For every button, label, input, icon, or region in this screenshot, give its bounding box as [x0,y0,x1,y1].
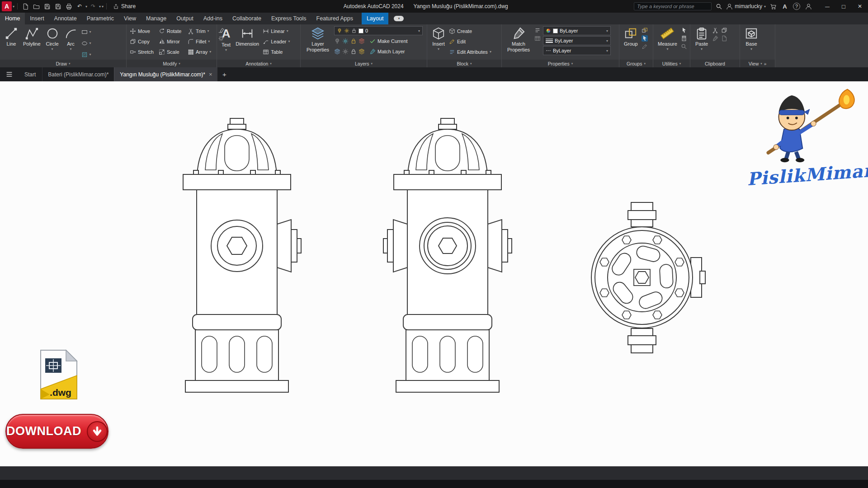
tab-express-tools[interactable]: Express Tools [266,13,311,24]
hydrant-top-view-drawing[interactable] [583,200,710,356]
move-button[interactable]: Move [130,26,158,36]
tab-collaborate[interactable]: Collaborate [227,13,266,24]
object-color-d ropdown[interactable]: ByLayer [543,26,611,35]
ribbon-options-button[interactable] [391,13,406,24]
text-button[interactable]: AText [220,26,232,52]
tab-annotate[interactable]: Annotate [49,13,82,24]
close-tab-icon[interactable] [209,71,212,78]
create-block-button[interactable]: Create [449,26,491,36]
undo-button[interactable]: ↶ [75,1,85,11]
doc-tab-bateri[interactable]: Bateri (PislikMimar.com)* [42,67,114,81]
undo-caret-icon[interactable] [85,5,87,9]
insert-block-button[interactable]: Insert [430,26,447,52]
dimension-button[interactable]: Dimension [234,26,260,47]
application-menu-button[interactable]: A [2,1,12,11]
group-selection-icon[interactable] [642,35,648,42]
panel-title-view[interactable]: View [740,60,775,67]
rectangle-tool-button[interactable] [81,27,91,37]
ungroup-icon[interactable] [642,27,648,33]
mirror-button[interactable]: Mirror [159,37,187,46]
panel-title-block[interactable]: Block [427,60,501,67]
layer-isolate-icon[interactable] [342,38,349,44]
drawing-canvas[interactable]: PislikMimar .dwg DOWNLOAD [0,81,868,466]
measure-button[interactable]: Measure [656,26,679,52]
rotate-button[interactable]: Rotate [159,26,187,36]
make-current-button[interactable]: Make Current [369,36,408,46]
redo-caret-icon[interactable] [99,5,101,9]
copy-clip-icon[interactable] [721,27,727,33]
help-button[interactable] [792,2,801,11]
edit-block-button[interactable]: Edit [449,37,491,46]
layer-unlock-icon[interactable] [350,48,357,55]
search-input[interactable] [634,2,712,10]
line-button[interactable]: Line [3,26,19,47]
panel-title-annotation[interactable]: Annotation [217,60,300,67]
ribbon-expander-icon[interactable] [764,61,767,66]
layer-dropdown[interactable]: 0 [334,26,423,35]
minimize-button[interactable] [819,0,835,13]
download-button[interactable]: DOWNLOAD [5,414,108,449]
base-button[interactable]: Base [743,26,760,52]
tab-addins[interactable]: Add-ins [198,13,227,24]
scale-button[interactable]: Scale [159,47,187,56]
search-button[interactable] [714,2,723,11]
trim-button[interactable]: Trim [188,26,216,36]
hydrant-side-view-drawing[interactable] [172,117,303,397]
tab-start[interactable]: Start [18,67,42,81]
polyline-button[interactable]: Polyline [22,26,42,47]
tab-home[interactable]: Home [0,13,25,24]
panel-title-modify[interactable]: Modify [127,60,217,67]
tab-featured-apps[interactable]: Featured Apps [311,13,358,24]
properties-table-icon[interactable] [534,35,541,42]
layer-lock-tool-icon[interactable] [350,38,357,44]
layer-properties-button[interactable]: Layer Properties [304,26,332,53]
group-button[interactable]: Group [623,26,639,47]
leader-button[interactable]: Leader [263,37,290,46]
stretch-button[interactable]: Stretch [130,47,158,56]
copy-button[interactable]: Copy [130,37,158,46]
open-file-button[interactable] [31,1,41,11]
match-properties-button[interactable]: Match Properties [505,26,532,53]
ellipse-tool-button[interactable] [81,38,91,48]
panel-title-groups[interactable]: Groups [619,60,653,67]
layer-off-icon[interactable] [334,38,340,44]
panel-title-clipboard[interactable]: Clipboard [690,60,740,67]
autodesk-access-button[interactable]: A [780,2,789,11]
account-menu[interactable]: mimarlucky [726,3,766,10]
paste-special-icon[interactable] [721,35,727,42]
doc-tab-yangin-muslugu[interactable]: Yangın Musluğu (PislikMimar.com)* [114,67,217,81]
panel-title-utilities[interactable]: Utilities [653,60,690,67]
save-button[interactable] [42,1,52,11]
quick-select-icon[interactable] [681,27,687,33]
layer-state-icon[interactable] [359,48,365,55]
layer-freeze-icon[interactable] [359,38,365,44]
panel-title-layers[interactable]: Layers [301,60,427,67]
app-store-button[interactable] [769,2,778,11]
lineweight-dropdown[interactable]: ByLayer [543,36,611,45]
cut-icon[interactable] [712,27,718,33]
layer-unisolate-icon[interactable] [342,48,349,55]
tab-manage[interactable]: Manage [141,13,171,24]
quick-calculator-icon[interactable] [681,35,687,42]
group-edit-icon[interactable] [642,43,648,50]
tab-output[interactable]: Output [171,13,198,24]
save-as-button[interactable] [53,1,63,11]
layer-walk-icon[interactable] [334,48,340,55]
share-button[interactable]: Share [109,3,139,9]
panel-title-properties[interactable]: Properties [502,60,619,67]
maximize-button[interactable] [835,0,852,13]
arc-button[interactable]: Arc [63,26,79,52]
paste-button[interactable]: Paste [693,26,710,52]
edit-attributes-button[interactable]: Edit Attributes [449,47,491,56]
fillet-button[interactable]: Fillet [188,37,216,46]
panel-title-draw[interactable]: Draw [0,60,126,67]
app-menu-caret-icon[interactable] [13,5,14,9]
new-file-button[interactable] [20,1,30,11]
tab-layout[interactable]: Layout [362,13,389,24]
array-button[interactable]: Array [188,47,216,56]
close-button[interactable] [852,0,868,13]
qat-customize-caret-icon[interactable] [102,5,104,9]
file-tabs-menu-button[interactable] [0,67,18,81]
tab-parametric[interactable]: Parametric [82,13,119,24]
linear-button[interactable]: Linear [263,26,290,36]
